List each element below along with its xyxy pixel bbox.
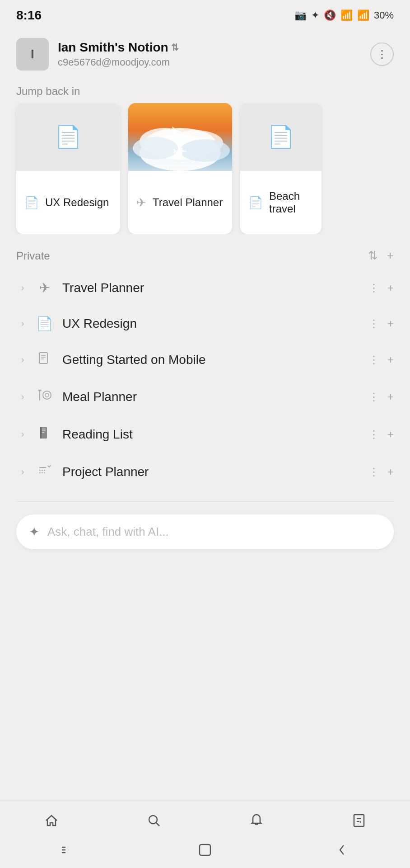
user-email: c9e5676d@moodjoy.com (58, 57, 179, 68)
book-icon (36, 425, 52, 443)
card-travel-planner[interactable]: ✈ ✈ Travel Planner (128, 103, 232, 234)
more-icon: ⋮ (377, 48, 387, 61)
workspace-info: Ian Smith's Notion ⇅ c9e5676d@moodjoy.co… (58, 40, 179, 68)
card-beach-placeholder-icon: 📄 (267, 124, 294, 150)
doc-icon: 📄 (36, 316, 52, 331)
recent-cards-row: 📄 📄 UX Redesign (0, 103, 410, 234)
getting-started-more-icon[interactable]: ⋮ (368, 354, 379, 366)
card-ux-redesign-title: UX Redesign (45, 196, 109, 209)
status-icons: 📷 ✦ 🔇 📶 📶 30% (294, 9, 394, 21)
nav-home-button[interactable] (36, 809, 67, 832)
camera-icon: 📷 (294, 9, 307, 21)
travel-planner-more-icon[interactable]: ⋮ (368, 282, 379, 294)
svg-point-14 (45, 393, 49, 397)
card-ux-redesign[interactable]: 📄 📄 UX Redesign (16, 103, 120, 234)
svg-point-23 (149, 816, 157, 824)
header-more-button[interactable]: ⋮ (370, 42, 394, 66)
nav-back-button[interactable] (324, 841, 360, 859)
svg-point-6 (180, 139, 230, 162)
sidebar-item-travel-planner[interactable]: › ✈ Travel Planner ⋮ + (0, 270, 410, 306)
nav-edit-button[interactable] (343, 809, 375, 832)
workspace-name[interactable]: Ian Smith's Notion ⇅ (58, 40, 179, 55)
sidebar-item-meal-planner[interactable]: › Meal Planner ⋮ + (0, 378, 410, 415)
card-travel-planner-image: ✈ (128, 103, 232, 171)
svg-rect-31 (200, 844, 210, 855)
sidebar-project-planner-actions: ⋮ + (368, 466, 394, 478)
sidebar-reading-list-actions: ⋮ + (368, 428, 394, 441)
sidebar-item-project-planner[interactable]: › Project Planner ⋮ + (0, 453, 410, 491)
chevron-project-planner-icon: › (16, 466, 29, 478)
travel-planner-add-icon[interactable]: + (387, 282, 394, 294)
reading-list-more-icon[interactable]: ⋮ (368, 428, 379, 441)
sidebar-getting-started-actions: ⋮ + (368, 354, 394, 366)
svg-text:✈: ✈ (168, 124, 179, 138)
chevron-travel-planner-icon: › (16, 282, 29, 294)
sidebar-getting-started-label: Getting Started on Mobile (62, 353, 368, 367)
sidebar-ux-redesign-actions: ⋮ + (368, 317, 394, 330)
sidebar-item-getting-started[interactable]: › Getting Started on Mobile ⋮ + (0, 341, 410, 378)
reading-list-add-icon[interactable]: + (387, 428, 394, 441)
svg-rect-25 (354, 815, 364, 826)
ux-redesign-more-icon[interactable]: ⋮ (368, 317, 379, 330)
project-planner-more-icon[interactable]: ⋮ (368, 466, 379, 478)
sidebar-item-reading-list[interactable]: › Reading List ⋮ + (0, 415, 410, 453)
sidebar-reading-list-label: Reading List (62, 427, 368, 442)
bottom-spacer (0, 555, 410, 627)
sidebar-item-ux-redesign[interactable]: › 📄 UX Redesign ⋮ + (0, 306, 410, 341)
svg-rect-8 (39, 353, 47, 363)
sidebar-meal-planner-label: Meal Planner (62, 390, 368, 404)
sidebar-meal-planner-actions: ⋮ + (368, 391, 394, 403)
checklist-icon (36, 463, 52, 481)
private-header: Private ⇅ + (0, 234, 410, 266)
add-private-button[interactable]: + (387, 249, 394, 263)
nav-search-button[interactable] (138, 809, 170, 832)
workspace-chevron-icon: ⇅ (171, 42, 179, 53)
avatar[interactable]: I (16, 38, 49, 71)
card-ux-redesign-icon: 📄 (24, 196, 39, 210)
nav-system-row (0, 836, 410, 868)
private-label: Private (16, 250, 50, 262)
svg-rect-16 (40, 427, 42, 439)
card-beach-travel[interactable]: 📄 📄 Beach travel (240, 103, 321, 234)
nav-home-circle-button[interactable] (187, 841, 223, 859)
ux-redesign-add-icon[interactable]: + (387, 317, 394, 330)
private-actions: ⇅ + (368, 249, 394, 263)
ai-icon: ✦ (29, 524, 39, 539)
card-travel-planner-title: Travel Planner (153, 196, 223, 209)
card-travel-planner-icon: ✈ (136, 196, 146, 210)
sidebar-travel-planner-label: Travel Planner (62, 281, 368, 295)
card-ux-redesign-body: 📄 UX Redesign (16, 171, 120, 234)
card-beach-travel-body: 📄 Beach travel (240, 171, 321, 234)
divider (16, 501, 394, 502)
airplane-icon: ✈ (36, 280, 52, 296)
meal-planner-add-icon[interactable]: + (387, 391, 394, 403)
battery-indicator: 30% (374, 9, 394, 21)
ai-placeholder-text: Ask, chat, find with AI... (47, 525, 169, 539)
wifi-icon: 📶 (340, 9, 353, 21)
header-left: I Ian Smith's Notion ⇅ c9e5676d@moodjoy.… (16, 38, 179, 71)
sidebar-project-planner-label: Project Planner (62, 465, 368, 479)
doc-lines-icon (36, 351, 52, 368)
status-time: 8:16 (16, 8, 42, 23)
sort-button[interactable]: ⇅ (368, 249, 378, 263)
nav-notifications-button[interactable] (241, 809, 272, 832)
card-beach-travel-image: 📄 (240, 103, 321, 171)
card-ux-redesign-image: 📄 (16, 103, 120, 171)
project-planner-add-icon[interactable]: + (387, 466, 394, 478)
chevron-getting-started-icon: › (16, 354, 29, 366)
sidebar-list: › ✈ Travel Planner ⋮ + › 📄 UX Redesign ⋮… (0, 266, 410, 494)
chevron-reading-list-icon: › (16, 429, 29, 440)
svg-point-5 (133, 137, 178, 160)
nav-menu-button[interactable] (50, 841, 86, 859)
chevron-ux-redesign-icon: › (16, 318, 29, 330)
ai-search-bar[interactable]: ✦ Ask, chat, find with AI... (16, 514, 394, 549)
bottom-nav (0, 801, 410, 868)
meal-icon (36, 388, 52, 406)
getting-started-add-icon[interactable]: + (387, 354, 394, 366)
sidebar-ux-redesign-label: UX Redesign (62, 316, 368, 331)
card-travel-planner-body: ✈ Travel Planner (128, 171, 232, 234)
svg-line-24 (156, 823, 159, 826)
meal-planner-more-icon[interactable]: ⋮ (368, 391, 379, 403)
sidebar-travel-planner-actions: ⋮ + (368, 282, 394, 294)
nav-icons-row (0, 801, 410, 836)
